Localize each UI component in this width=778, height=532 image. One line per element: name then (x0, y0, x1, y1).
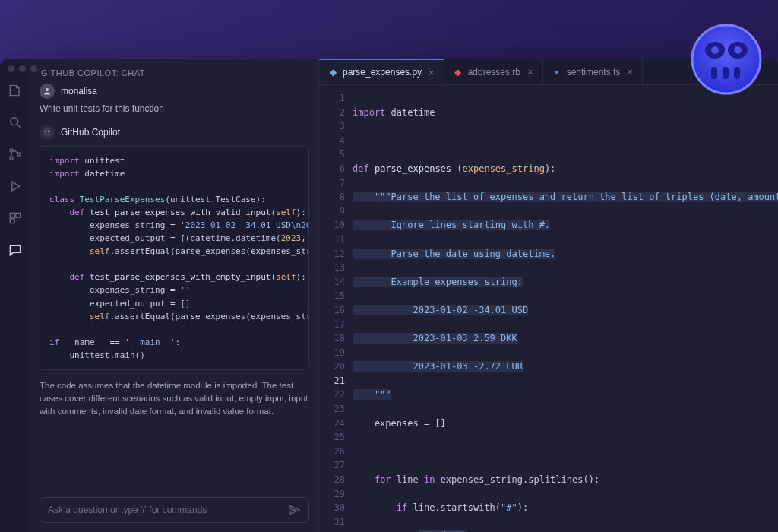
line-gutter: 1234567891011121314151617181920212223242… (319, 85, 353, 532)
close-icon[interactable]: × (429, 67, 435, 78)
chat-explanation: The code assumes that the datetime modul… (40, 379, 309, 419)
chat-panel: GITHUB COPILOT: CHAT monalisa Write unit… (30, 59, 319, 532)
chat-body: monalisa Write unit tests for this funct… (30, 84, 318, 488)
chat-icon[interactable] (7, 242, 24, 258)
debug-icon[interactable] (7, 178, 24, 195)
python-file-icon: ◆ (328, 68, 337, 77)
chat-input[interactable] (48, 505, 289, 515)
svg-rect-5 (711, 67, 717, 79)
svg-point-4 (734, 46, 742, 54)
copilot-avatar (40, 125, 55, 140)
svg-point-3 (711, 46, 719, 54)
close-icon[interactable]: × (527, 66, 533, 78)
tab-parse-expenses[interactable]: ◆ parse_expenses.py × (319, 59, 444, 84)
svg-rect-14 (10, 219, 14, 223)
files-icon[interactable] (7, 82, 24, 99)
ide-window: GITHUB COPILOT: CHAT monalisa Write unit… (0, 59, 778, 532)
window-controls[interactable] (8, 65, 37, 72)
code-content[interactable]: import datetime def parse_expenses (expe… (353, 85, 778, 532)
svg-point-17 (45, 131, 46, 132)
svg-rect-13 (15, 213, 20, 217)
ts-file-icon: ▪ (552, 68, 561, 77)
user-avatar (40, 84, 55, 99)
svg-point-9 (9, 149, 12, 152)
svg-rect-7 (734, 67, 740, 79)
activity-bar (0, 59, 30, 532)
svg-point-8 (10, 118, 17, 125)
extensions-icon[interactable] (7, 210, 24, 226)
bot-name: GitHub Copilot (61, 127, 120, 138)
svg-point-0 (692, 25, 761, 93)
tab-label: parse_expenses.py (343, 67, 422, 78)
svg-point-18 (48, 131, 49, 132)
chat-header: GITHUB COPILOT: CHAT (30, 59, 318, 84)
svg-rect-12 (10, 213, 14, 217)
tab-label: addresses.rb (468, 67, 520, 78)
user-name: monalisa (61, 86, 97, 97)
svg-point-16 (43, 128, 52, 137)
user-prompt: Write unit tests for this function (40, 103, 309, 114)
search-icon[interactable] (7, 114, 24, 131)
send-icon[interactable] (289, 504, 301, 516)
copilot-mascot (688, 21, 764, 97)
svg-point-10 (9, 157, 12, 160)
code-editor[interactable]: 1234567891011121314151617181920212223242… (319, 85, 778, 532)
chat-input-row[interactable] (40, 497, 309, 523)
chat-bot-message: GitHub Copilot import unittest import da… (40, 125, 309, 419)
source-control-icon[interactable] (7, 146, 24, 163)
tab-sentiments[interactable]: ▪ sentiments.ts × (543, 59, 643, 84)
close-icon[interactable]: × (627, 66, 633, 78)
svg-point-15 (46, 88, 49, 91)
svg-point-11 (17, 153, 20, 156)
svg-rect-6 (723, 67, 729, 79)
chat-code-block[interactable]: import unittest import datetime class Te… (40, 146, 309, 370)
editor-area: ◆ parse_expenses.py × ◆ addresses.rb × ▪… (319, 59, 778, 532)
ruby-file-icon: ◆ (454, 68, 463, 77)
tab-addresses[interactable]: ◆ addresses.rb × (444, 59, 543, 84)
chat-user-message: monalisa Write unit tests for this funct… (40, 84, 309, 114)
tab-label: sentiments.ts (567, 67, 621, 78)
